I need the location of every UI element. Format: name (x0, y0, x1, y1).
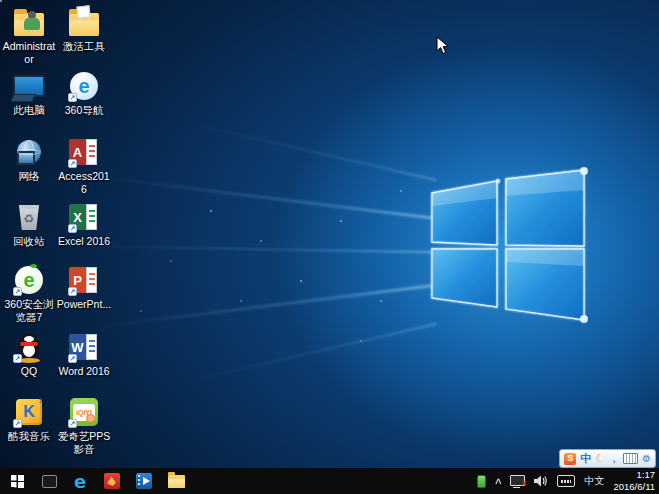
taskbar-red-app-button[interactable] (96, 468, 128, 494)
green-status-icon[interactable] (477, 475, 486, 488)
qq-penguin-icon: ↗ (12, 331, 46, 363)
desktop-icon-qq[interactable]: ↗ QQ (1, 331, 57, 378)
icon-label: 激活工具 (63, 40, 105, 53)
desktop-icon-network[interactable]: 网络 (1, 136, 57, 183)
red-x-icon: ✕ (521, 479, 528, 488)
icon-label: Excel 2016 (58, 235, 110, 248)
icon-label: Administrator (1, 40, 57, 65)
system-tray: ∧ ✕ 中文 1:17 2016/6/11 (477, 469, 659, 493)
touch-keyboard-icon[interactable] (557, 475, 575, 487)
clock-date: 2016/6/11 (613, 481, 655, 493)
excel-icon: X ↗ (67, 201, 101, 233)
clock-time: 1:17 (613, 469, 655, 481)
desktop-icon-powerpoint[interactable]: P ↗ PowerPnt... (56, 264, 112, 311)
windows-desktop: Administrator 此电脑 网络 ♻ 回收站 e ↗ 360安全浏览器7… (0, 0, 659, 494)
powerpoint-icon: P ↗ (67, 264, 101, 296)
computer-icon (12, 70, 46, 102)
shortcut-arrow-icon: ↗ (68, 224, 77, 233)
shortcut-arrow-icon: ↗ (13, 419, 22, 428)
icon-label: 网络 (19, 170, 40, 183)
icon-label: Word 2016 (58, 365, 109, 378)
edge-icon: e (74, 471, 86, 492)
show-hidden-icons-chevron[interactable]: ∧ (494, 476, 503, 486)
taskbar-video-player-button[interactable] (128, 468, 160, 494)
icon-label: 回收站 (13, 235, 45, 248)
icon-label: Access2016 (56, 170, 112, 195)
task-view-button[interactable] (34, 468, 64, 494)
word-icon: W ↗ (67, 331, 101, 363)
red-app-icon (104, 473, 120, 489)
ime-fullwidth-moon-icon[interactable]: ☾ (595, 453, 605, 464)
icon-label: 360安全浏览器7 (1, 298, 57, 323)
desktop-icon-administrator[interactable]: Administrator (1, 6, 57, 65)
desktop-icon-word[interactable]: W ↗ Word 2016 (56, 331, 112, 378)
ime-chinese-mode-icon[interactable]: 中 (580, 453, 591, 464)
360-nav-icon: e ↗ (67, 70, 101, 102)
shortcut-arrow-icon: ↗ (68, 354, 77, 363)
network-globe-icon (12, 136, 46, 168)
iqiyi-pps-icon: iQIYI ↗ (67, 396, 101, 428)
desktop-icon-activation-tools[interactable]: 激活工具 (56, 6, 112, 53)
desktop-icon-360-nav[interactable]: e ↗ 360导航 (56, 70, 112, 117)
desktop-icon-access[interactable]: A ↗ Access2016 (56, 136, 112, 195)
desktop-icon-kuwo-music[interactable]: K♪ ↗ 酷我音乐 (1, 396, 57, 443)
desktop-icon-360-browser[interactable]: e ↗ 360安全浏览器7 (1, 264, 57, 323)
kuwo-music-icon: K♪ ↗ (12, 396, 46, 428)
shortcut-arrow-icon: ↗ (68, 93, 77, 102)
360-browser-icon: e ↗ (12, 264, 46, 296)
shortcut-arrow-icon: ↗ (13, 287, 22, 296)
taskbar-edge-button[interactable]: e (64, 468, 96, 494)
desktop-icon-recycle-bin[interactable]: ♻ 回收站 (1, 201, 57, 248)
taskbar: e ∧ ✕ 中文 (0, 468, 659, 494)
user-folder-icon (12, 6, 46, 38)
language-indicator[interactable]: 中文 (584, 474, 604, 488)
shortcut-arrow-icon: ↗ (68, 419, 77, 428)
mouse-cursor (436, 36, 449, 55)
shortcut-arrow-icon: ↗ (68, 287, 77, 296)
task-view-icon (42, 475, 57, 488)
volume-icon[interactable] (534, 475, 548, 487)
windows-logo-icon (11, 475, 24, 488)
ime-punctuation-icon[interactable]: ， (609, 454, 619, 464)
icon-label: 360导航 (65, 104, 104, 117)
shortcut-arrow-icon: ↗ (13, 354, 22, 363)
taskbar-file-explorer-button[interactable] (160, 468, 192, 494)
ime-toolbox-icon[interactable]: ⚙ (642, 454, 651, 464)
shortcut-arrow-icon: ↗ (68, 159, 77, 168)
desktop-icon-excel[interactable]: X ↗ Excel 2016 (56, 201, 112, 248)
icon-label: QQ (21, 365, 37, 378)
clock[interactable]: 1:17 2016/6/11 (613, 469, 655, 493)
sogou-logo-icon[interactable]: S (564, 453, 576, 465)
file-explorer-icon (168, 475, 185, 488)
sogou-ime-bar[interactable]: S 中 ☾ ， ⚙ (559, 449, 656, 468)
folder-icon (67, 6, 101, 38)
ime-soft-keyboard-icon[interactable] (623, 453, 638, 464)
icon-label: 爱奇艺PPS 影音 (56, 430, 112, 455)
start-button[interactable] (0, 468, 34, 494)
desktop-icon-this-pc[interactable]: 此电脑 (1, 70, 57, 117)
icon-label: 酷我音乐 (8, 430, 50, 443)
icon-label: PowerPnt... (57, 298, 111, 311)
network-disconnected-icon[interactable]: ✕ (510, 475, 525, 487)
access-icon: A ↗ (67, 136, 101, 168)
icon-label: 此电脑 (13, 104, 45, 117)
video-player-icon (136, 473, 152, 489)
recycle-bin-icon: ♻ (12, 201, 46, 233)
desktop-icon-iqiyi-pps[interactable]: iQIYI ↗ 爱奇艺PPS 影音 (56, 396, 112, 455)
